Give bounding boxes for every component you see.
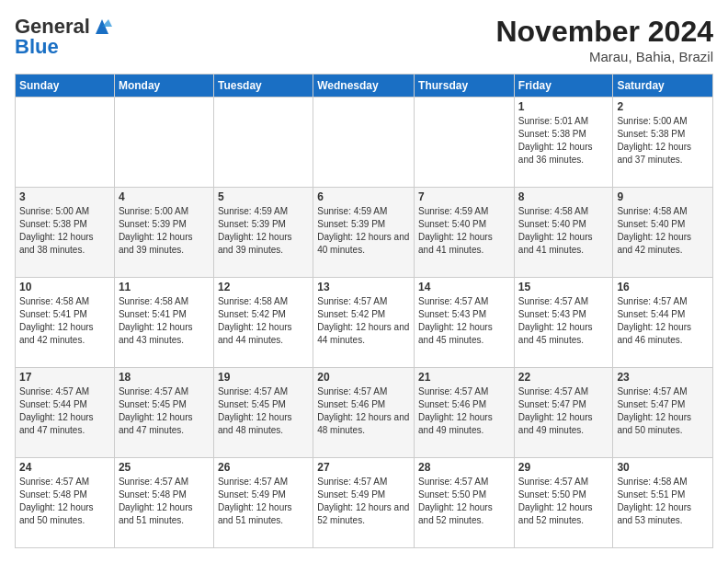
- cell-w2-d6: 9Sunrise: 4:58 AMSunset: 5:40 PMDaylight…: [613, 188, 713, 278]
- day-info: Sunrise: 5:00 AMSunset: 5:39 PMDaylight:…: [119, 205, 210, 257]
- day-number: 27: [317, 461, 410, 474]
- cell-w5-d4: 28Sunrise: 4:57 AMSunset: 5:50 PMDayligh…: [415, 458, 515, 548]
- day-number: 5: [218, 190, 309, 203]
- col-tuesday: Tuesday: [213, 75, 313, 98]
- day-number: 25: [119, 461, 210, 474]
- cell-w3-d6: 16Sunrise: 4:57 AMSunset: 5:44 PMDayligh…: [613, 278, 713, 368]
- day-info: Sunrise: 5:00 AMSunset: 5:38 PMDaylight:…: [617, 115, 709, 167]
- day-info: Sunrise: 4:57 AMSunset: 5:44 PMDaylight:…: [19, 385, 110, 437]
- day-number: 11: [119, 281, 210, 293]
- day-info: Sunrise: 4:59 AMSunset: 5:39 PMDaylight:…: [218, 205, 309, 257]
- cell-w1-d1: [114, 98, 213, 188]
- day-number: 21: [418, 371, 510, 384]
- day-number: 16: [617, 281, 709, 293]
- day-number: 17: [19, 371, 110, 384]
- week-row-4: 17Sunrise: 4:57 AMSunset: 5:44 PMDayligh…: [16, 368, 713, 458]
- day-number: 3: [19, 190, 110, 203]
- day-info: Sunrise: 4:57 AMSunset: 5:45 PMDaylight:…: [119, 385, 210, 437]
- day-number: 30: [617, 461, 709, 474]
- col-friday: Friday: [514, 75, 613, 98]
- cell-w1-d4: [415, 98, 515, 188]
- cell-w5-d3: 27Sunrise: 4:57 AMSunset: 5:49 PMDayligh…: [313, 458, 415, 548]
- day-number: 9: [617, 190, 709, 203]
- day-number: 29: [518, 461, 609, 474]
- day-info: Sunrise: 4:58 AMSunset: 5:42 PMDaylight:…: [218, 295, 309, 347]
- day-number: 8: [518, 190, 609, 203]
- month-title: November 2024: [495, 15, 713, 49]
- day-info: Sunrise: 4:57 AMSunset: 5:44 PMDaylight:…: [617, 295, 709, 347]
- cell-w2-d5: 8Sunrise: 4:58 AMSunset: 5:40 PMDaylight…: [514, 188, 613, 278]
- day-number: 4: [119, 190, 210, 203]
- cell-w4-d6: 23Sunrise: 4:57 AMSunset: 5:47 PMDayligh…: [613, 368, 713, 458]
- day-info: Sunrise: 4:57 AMSunset: 5:46 PMDaylight:…: [418, 385, 510, 437]
- day-number: 10: [19, 281, 110, 293]
- day-info: Sunrise: 4:57 AMSunset: 5:47 PMDaylight:…: [518, 385, 609, 437]
- day-number: 24: [19, 461, 110, 474]
- cell-w4-d5: 22Sunrise: 4:57 AMSunset: 5:47 PMDayligh…: [514, 368, 613, 458]
- cell-w2-d0: 3Sunrise: 5:00 AMSunset: 5:38 PMDaylight…: [16, 188, 115, 278]
- header: General Blue November 2024 Marau, Bahia,…: [15, 15, 713, 64]
- cell-w3-d0: 10Sunrise: 4:58 AMSunset: 5:41 PMDayligh…: [16, 278, 115, 368]
- day-info: Sunrise: 5:00 AMSunset: 5:38 PMDaylight:…: [19, 205, 110, 257]
- day-number: 6: [317, 190, 410, 203]
- day-info: Sunrise: 5:01 AMSunset: 5:38 PMDaylight:…: [518, 115, 609, 167]
- cell-w4-d1: 18Sunrise: 4:57 AMSunset: 5:45 PMDayligh…: [114, 368, 213, 458]
- day-number: 20: [317, 371, 410, 384]
- week-row-5: 24Sunrise: 4:57 AMSunset: 5:48 PMDayligh…: [16, 458, 713, 548]
- day-info: Sunrise: 4:57 AMSunset: 5:46 PMDaylight:…: [317, 385, 410, 437]
- day-info: Sunrise: 4:57 AMSunset: 5:47 PMDaylight:…: [617, 385, 709, 437]
- title-area: November 2024 Marau, Bahia, Brazil: [495, 15, 713, 64]
- col-thursday: Thursday: [415, 75, 515, 98]
- week-row-1: 1Sunrise: 5:01 AMSunset: 5:38 PMDaylight…: [16, 98, 713, 188]
- cell-w3-d5: 15Sunrise: 4:57 AMSunset: 5:43 PMDayligh…: [514, 278, 613, 368]
- cell-w5-d6: 30Sunrise: 4:58 AMSunset: 5:51 PMDayligh…: [613, 458, 713, 548]
- day-info: Sunrise: 4:58 AMSunset: 5:40 PMDaylight:…: [518, 205, 609, 257]
- cell-w3-d1: 11Sunrise: 4:58 AMSunset: 5:41 PMDayligh…: [114, 278, 213, 368]
- day-number: 28: [418, 461, 510, 474]
- day-number: 13: [317, 281, 410, 293]
- calendar-header-row: Sunday Monday Tuesday Wednesday Thursday…: [16, 75, 713, 98]
- cell-w4-d3: 20Sunrise: 4:57 AMSunset: 5:46 PMDayligh…: [313, 368, 415, 458]
- day-number: 22: [518, 371, 609, 384]
- cell-w1-d5: 1Sunrise: 5:01 AMSunset: 5:38 PMDaylight…: [514, 98, 613, 188]
- day-number: 15: [518, 281, 609, 293]
- location: Marau, Bahia, Brazil: [495, 49, 713, 64]
- day-number: 7: [418, 190, 510, 203]
- day-number: 1: [518, 100, 609, 113]
- day-number: 12: [218, 281, 309, 293]
- cell-w5-d1: 25Sunrise: 4:57 AMSunset: 5:48 PMDayligh…: [114, 458, 213, 548]
- day-info: Sunrise: 4:57 AMSunset: 5:42 PMDaylight:…: [317, 295, 410, 347]
- day-info: Sunrise: 4:57 AMSunset: 5:48 PMDaylight:…: [119, 476, 210, 527]
- cell-w2-d4: 7Sunrise: 4:59 AMSunset: 5:40 PMDaylight…: [415, 188, 515, 278]
- logo-icon: [92, 17, 112, 36]
- cell-w1-d2: [213, 98, 313, 188]
- day-number: 14: [418, 281, 510, 293]
- cell-w1-d3: [313, 98, 415, 188]
- day-info: Sunrise: 4:58 AMSunset: 5:41 PMDaylight:…: [119, 295, 210, 347]
- day-info: Sunrise: 4:57 AMSunset: 5:45 PMDaylight:…: [218, 385, 309, 437]
- cell-w1-d6: 2Sunrise: 5:00 AMSunset: 5:38 PMDaylight…: [613, 98, 713, 188]
- page: General Blue November 2024 Marau, Bahia,…: [0, 0, 728, 563]
- day-info: Sunrise: 4:57 AMSunset: 5:49 PMDaylight:…: [317, 476, 410, 527]
- cell-w2-d1: 4Sunrise: 5:00 AMSunset: 5:39 PMDaylight…: [114, 188, 213, 278]
- cell-w3-d4: 14Sunrise: 4:57 AMSunset: 5:43 PMDayligh…: [415, 278, 515, 368]
- cell-w4-d2: 19Sunrise: 4:57 AMSunset: 5:45 PMDayligh…: [213, 368, 313, 458]
- cell-w3-d2: 12Sunrise: 4:58 AMSunset: 5:42 PMDayligh…: [213, 278, 313, 368]
- day-info: Sunrise: 4:58 AMSunset: 5:41 PMDaylight:…: [19, 295, 110, 347]
- cell-w2-d2: 5Sunrise: 4:59 AMSunset: 5:39 PMDaylight…: [213, 188, 313, 278]
- cell-w4-d4: 21Sunrise: 4:57 AMSunset: 5:46 PMDayligh…: [415, 368, 515, 458]
- day-info: Sunrise: 4:58 AMSunset: 5:51 PMDaylight:…: [617, 476, 709, 527]
- day-info: Sunrise: 4:57 AMSunset: 5:43 PMDaylight:…: [418, 295, 510, 347]
- day-number: 23: [617, 371, 709, 384]
- cell-w3-d3: 13Sunrise: 4:57 AMSunset: 5:42 PMDayligh…: [313, 278, 415, 368]
- col-wednesday: Wednesday: [313, 75, 415, 98]
- day-info: Sunrise: 4:57 AMSunset: 5:50 PMDaylight:…: [418, 476, 510, 527]
- cell-w2-d3: 6Sunrise: 4:59 AMSunset: 5:39 PMDaylight…: [313, 188, 415, 278]
- col-saturday: Saturday: [613, 75, 713, 98]
- day-info: Sunrise: 4:57 AMSunset: 5:43 PMDaylight:…: [518, 295, 609, 347]
- cell-w1-d0: [16, 98, 115, 188]
- week-row-2: 3Sunrise: 5:00 AMSunset: 5:38 PMDaylight…: [16, 188, 713, 278]
- logo: General Blue: [15, 15, 114, 59]
- cell-w4-d0: 17Sunrise: 4:57 AMSunset: 5:44 PMDayligh…: [16, 368, 115, 458]
- day-number: 18: [119, 371, 210, 384]
